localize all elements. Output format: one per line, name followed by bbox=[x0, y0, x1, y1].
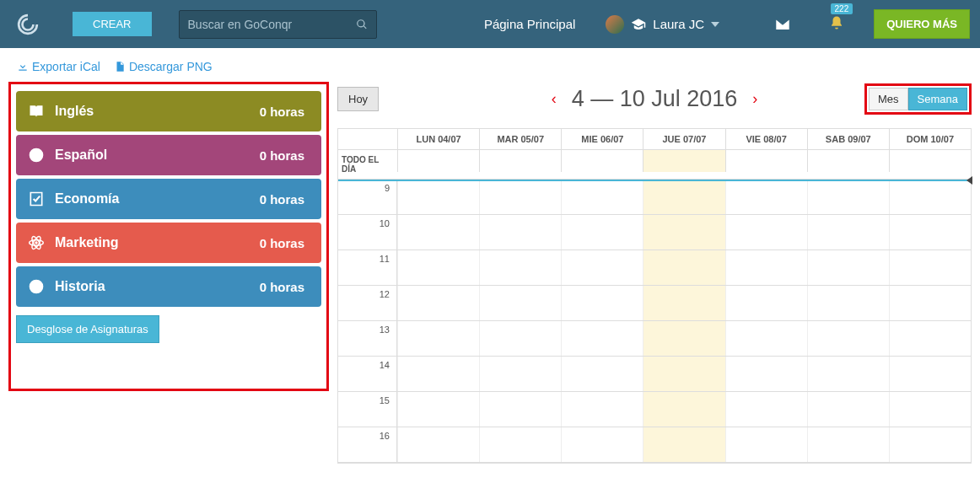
month-view-button[interactable]: Mes bbox=[869, 88, 908, 110]
time-cell[interactable] bbox=[397, 427, 479, 462]
time-cell[interactable] bbox=[725, 321, 807, 356]
time-cell[interactable] bbox=[807, 321, 889, 356]
all-day-cell[interactable] bbox=[397, 150, 479, 172]
time-cell[interactable] bbox=[479, 427, 561, 462]
time-cell[interactable] bbox=[889, 427, 971, 462]
time-cell[interactable] bbox=[807, 215, 889, 250]
time-cell[interactable] bbox=[397, 392, 479, 427]
notifications[interactable]: 222 bbox=[829, 15, 844, 34]
search-box[interactable] bbox=[179, 10, 377, 39]
time-cell[interactable] bbox=[479, 392, 561, 427]
time-cell[interactable] bbox=[889, 180, 971, 214]
time-cell[interactable] bbox=[643, 250, 724, 285]
time-cell[interactable] bbox=[397, 286, 479, 320]
subject-row[interactable]: Inglés0 horas bbox=[16, 91, 321, 131]
subject-row[interactable]: Historia0 horas bbox=[16, 266, 321, 307]
time-cell[interactable] bbox=[807, 427, 889, 462]
prev-week-button[interactable]: ‹ bbox=[552, 90, 557, 108]
collapse-caret-icon[interactable] bbox=[967, 176, 972, 185]
hour-row: 12 bbox=[338, 286, 971, 321]
search-icon bbox=[356, 19, 368, 30]
time-cell[interactable] bbox=[561, 250, 643, 285]
time-cell[interactable] bbox=[807, 250, 889, 285]
all-day-cell[interactable] bbox=[725, 150, 807, 172]
time-cell[interactable] bbox=[479, 250, 561, 285]
download-png-link[interactable]: Descargar PNG bbox=[114, 60, 213, 73]
subject-row[interactable]: Economía0 horas bbox=[16, 179, 321, 219]
time-cell[interactable] bbox=[397, 250, 479, 285]
upgrade-button[interactable]: QUIERO MÁS bbox=[874, 9, 970, 39]
hour-label: 12 bbox=[338, 286, 397, 320]
all-day-cell[interactable] bbox=[561, 150, 643, 172]
time-cell[interactable] bbox=[725, 392, 807, 427]
time-cell[interactable] bbox=[561, 357, 643, 391]
time-cell[interactable] bbox=[397, 180, 479, 214]
search-input[interactable] bbox=[188, 18, 356, 31]
week-view-button[interactable]: Semana bbox=[908, 88, 967, 110]
all-day-cell[interactable] bbox=[643, 150, 724, 172]
export-ical-link[interactable]: Exportar iCal bbox=[17, 60, 100, 73]
user-name: Laura JC bbox=[653, 17, 704, 31]
time-cell[interactable] bbox=[561, 180, 643, 214]
check-icon bbox=[28, 191, 45, 207]
time-cell[interactable] bbox=[725, 286, 807, 320]
hour-row: 11 bbox=[338, 250, 971, 286]
time-cell[interactable] bbox=[889, 321, 971, 356]
time-cell[interactable] bbox=[725, 427, 807, 462]
all-day-cell[interactable] bbox=[807, 150, 889, 172]
time-cell[interactable] bbox=[643, 286, 724, 320]
time-cell[interactable] bbox=[725, 215, 807, 250]
time-cell[interactable] bbox=[643, 357, 724, 391]
time-cell[interactable] bbox=[643, 180, 724, 214]
user-menu[interactable]: Laura JC bbox=[606, 15, 719, 34]
time-cell[interactable] bbox=[807, 286, 889, 320]
home-link[interactable]: Página Principal bbox=[484, 17, 575, 31]
atom-icon bbox=[28, 234, 45, 251]
app-header: CREAR Página Principal Laura JC 222 QUIE… bbox=[0, 0, 980, 48]
time-cell[interactable] bbox=[479, 215, 561, 250]
time-cell[interactable] bbox=[479, 180, 561, 214]
time-cell[interactable] bbox=[561, 392, 643, 427]
time-cell[interactable] bbox=[889, 392, 971, 427]
time-cell[interactable] bbox=[889, 286, 971, 320]
time-cell[interactable] bbox=[807, 180, 889, 214]
time-cell[interactable] bbox=[643, 392, 724, 427]
time-cell[interactable] bbox=[807, 392, 889, 427]
all-day-cell[interactable] bbox=[889, 150, 971, 172]
time-cell[interactable] bbox=[479, 357, 561, 391]
hour-row: 14 bbox=[338, 357, 971, 392]
time-cell[interactable] bbox=[643, 215, 724, 250]
time-cell[interactable] bbox=[561, 321, 643, 356]
subject-breakdown-button[interactable]: Desglose de Asignaturas bbox=[16, 315, 159, 343]
calendar-body[interactable]: 910111213141516 bbox=[338, 180, 971, 463]
time-cell[interactable] bbox=[725, 180, 807, 214]
time-cell[interactable] bbox=[725, 250, 807, 285]
time-cell[interactable] bbox=[561, 427, 643, 462]
hour-label: 16 bbox=[338, 427, 397, 462]
svg-point-1 bbox=[35, 241, 37, 244]
create-button[interactable]: CREAR bbox=[73, 12, 152, 36]
mail-icon[interactable] bbox=[774, 16, 791, 33]
subject-row[interactable]: Marketing0 horas bbox=[16, 223, 321, 263]
time-cell[interactable] bbox=[807, 357, 889, 391]
time-cell[interactable] bbox=[643, 427, 724, 462]
time-cell[interactable] bbox=[479, 321, 561, 356]
time-cell[interactable] bbox=[397, 215, 479, 250]
time-cell[interactable] bbox=[889, 215, 971, 250]
hour-label: 9 bbox=[338, 180, 397, 214]
time-cell[interactable] bbox=[397, 357, 479, 391]
today-button[interactable]: Hoy bbox=[337, 87, 379, 111]
time-cell[interactable] bbox=[561, 215, 643, 250]
time-cell[interactable] bbox=[725, 357, 807, 391]
time-cell[interactable] bbox=[889, 357, 971, 391]
hour-row: 15 bbox=[338, 392, 971, 427]
all-day-cell[interactable] bbox=[479, 150, 561, 172]
time-cell[interactable] bbox=[889, 250, 971, 285]
time-cell[interactable] bbox=[479, 286, 561, 320]
subject-row[interactable]: Español0 horas bbox=[16, 135, 321, 175]
subject-name: Español bbox=[55, 148, 107, 163]
time-cell[interactable] bbox=[561, 286, 643, 320]
next-week-button[interactable]: › bbox=[752, 90, 757, 108]
time-cell[interactable] bbox=[397, 321, 479, 356]
time-cell[interactable] bbox=[643, 321, 724, 356]
